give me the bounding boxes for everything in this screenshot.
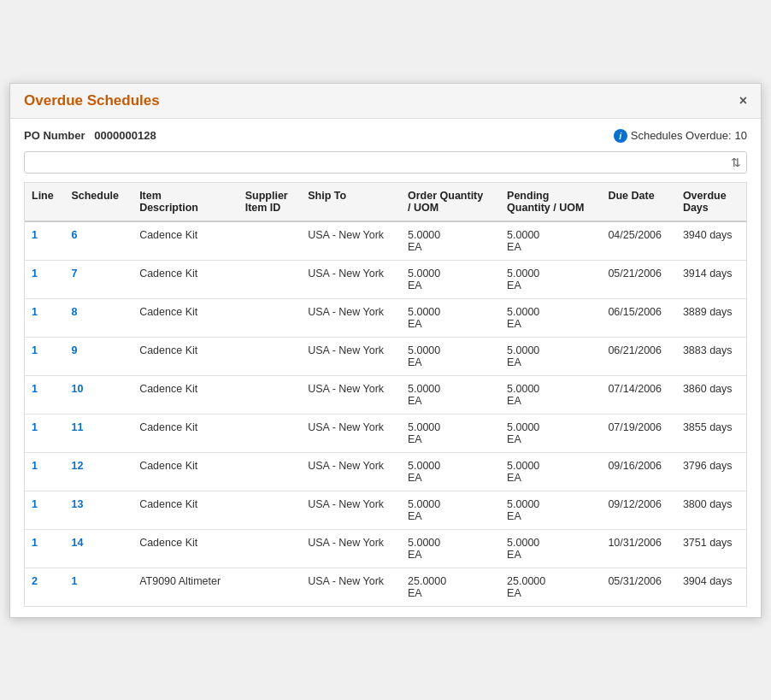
sort-icon[interactable]: ⇅ [731,156,741,169]
cell-line: 1 [25,337,64,375]
po-number-label: PO Number [24,129,85,142]
cell-pending-quantity: 5.0000 EA [500,452,601,491]
cell-schedule: 11 [64,414,132,452]
cell-item-description: Cadence Kit [132,221,238,261]
cell-ship-to: USA - New York [301,298,401,337]
col-header-pending-quantity: PendingQuantity / UOM [500,183,601,221]
cell-order-quantity: 5.0000 EA [401,221,500,261]
cell-item-description: AT9090 Altimeter [132,568,238,606]
table-row: 1 11 Cadence Kit USA - New York 5.0000 E… [25,414,746,452]
cell-order-quantity: 5.0000 EA [401,452,500,491]
cell-item-description: Cadence Kit [132,452,238,491]
cell-overdue-days: 3855 days [676,414,746,452]
table-row: 1 6 Cadence Kit USA - New York 5.0000 EA… [25,221,746,261]
cell-line: 1 [25,298,64,337]
po-number-row: PO Number 0000000128 [24,129,156,142]
schedules-table: Line Schedule ItemDescription SupplierIt… [25,183,746,606]
cell-overdue-days: 3751 days [676,529,746,568]
cell-overdue-days: 3796 days [676,452,746,491]
cell-due-date: 07/14/2006 [601,375,675,414]
cell-ship-to: USA - New York [301,452,401,491]
cell-line: 1 [25,529,64,568]
cell-item-description: Cadence Kit [132,529,238,568]
col-header-overdue-days: OverdueDays [676,183,746,221]
table-row: 1 7 Cadence Kit USA - New York 5.0000 EA… [25,260,746,298]
schedules-overdue-label: Schedules Overdue: [631,129,732,142]
cell-due-date: 06/15/2006 [601,298,675,337]
cell-pending-quantity: 5.0000 EA [500,529,601,568]
cell-schedule: 6 [64,221,132,261]
cell-pending-quantity: 25.0000 EA [500,568,601,606]
cell-line: 1 [25,375,64,414]
cell-order-quantity: 25.0000 EA [401,568,500,606]
cell-supplier-item-id [238,529,302,568]
close-button[interactable]: × [739,94,747,108]
cell-due-date: 09/12/2006 [601,491,675,529]
table-row: 1 13 Cadence Kit USA - New York 5.0000 E… [25,491,746,529]
cell-pending-quantity: 5.0000 EA [500,414,601,452]
col-header-supplier-item-id: SupplierItem ID [238,183,302,221]
cell-supplier-item-id [238,452,302,491]
cell-schedule: 10 [64,375,132,414]
search-bar: ⇅ [24,151,747,174]
cell-ship-to: USA - New York [301,337,401,375]
table-row: 1 10 Cadence Kit USA - New York 5.0000 E… [25,375,746,414]
cell-overdue-days: 3940 days [676,221,746,261]
cell-item-description: Cadence Kit [132,375,238,414]
table-wrapper: Line Schedule ItemDescription SupplierIt… [24,182,747,607]
cell-pending-quantity: 5.0000 EA [500,375,601,414]
cell-pending-quantity: 5.0000 EA [500,298,601,337]
info-bar: PO Number 0000000128 i Schedules Overdue… [24,129,747,143]
cell-overdue-days: 3800 days [676,491,746,529]
schedules-overdue-count: 10 [735,129,747,142]
modal-header: Overdue Schedules × [10,84,761,119]
schedules-overdue-info: i Schedules Overdue: 10 [614,129,747,143]
cell-item-description: Cadence Kit [132,298,238,337]
cell-order-quantity: 5.0000 EA [401,337,500,375]
cell-item-description: Cadence Kit [132,491,238,529]
modal-body: PO Number 0000000128 i Schedules Overdue… [10,119,761,617]
cell-pending-quantity: 5.0000 EA [500,337,601,375]
cell-item-description: Cadence Kit [132,414,238,452]
cell-schedule: 9 [64,337,132,375]
table-row: 1 8 Cadence Kit USA - New York 5.0000 EA… [25,298,746,337]
cell-pending-quantity: 5.0000 EA [500,221,601,261]
col-header-due-date: Due Date [601,183,675,221]
modal-title: Overdue Schedules [24,92,160,109]
cell-order-quantity: 5.0000 EA [401,414,500,452]
col-header-schedule: Schedule [64,183,132,221]
cell-schedule: 12 [64,452,132,491]
cell-due-date: 07/19/2006 [601,414,675,452]
cell-order-quantity: 5.0000 EA [401,260,500,298]
info-icon: i [614,129,627,143]
cell-ship-to: USA - New York [301,221,401,261]
cell-ship-to: USA - New York [301,529,401,568]
cell-item-description: Cadence Kit [132,260,238,298]
table-body: 1 6 Cadence Kit USA - New York 5.0000 EA… [25,221,746,606]
cell-pending-quantity: 5.0000 EA [500,260,601,298]
po-number-value: 0000000128 [94,129,156,142]
cell-order-quantity: 5.0000 EA [401,529,500,568]
cell-supplier-item-id [238,568,302,606]
cell-due-date: 05/21/2006 [601,260,675,298]
cell-overdue-days: 3860 days [676,375,746,414]
table-row: 1 14 Cadence Kit USA - New York 5.0000 E… [25,529,746,568]
col-header-item-description: ItemDescription [132,183,238,221]
cell-line: 1 [25,221,64,261]
cell-due-date: 10/31/2006 [601,529,675,568]
cell-supplier-item-id [238,375,302,414]
cell-ship-to: USA - New York [301,375,401,414]
col-header-order-quantity: Order Quantity/ UOM [401,183,500,221]
cell-schedule: 1 [64,568,132,606]
cell-supplier-item-id [238,491,302,529]
table-row: 1 12 Cadence Kit USA - New York 5.0000 E… [25,452,746,491]
col-header-ship-to: Ship To [301,183,401,221]
cell-ship-to: USA - New York [301,491,401,529]
col-header-line: Line [25,183,64,221]
cell-line: 2 [25,568,64,606]
cell-schedule: 8 [64,298,132,337]
cell-ship-to: USA - New York [301,414,401,452]
cell-line: 1 [25,491,64,529]
cell-schedule: 14 [64,529,132,568]
cell-schedule: 13 [64,491,132,529]
